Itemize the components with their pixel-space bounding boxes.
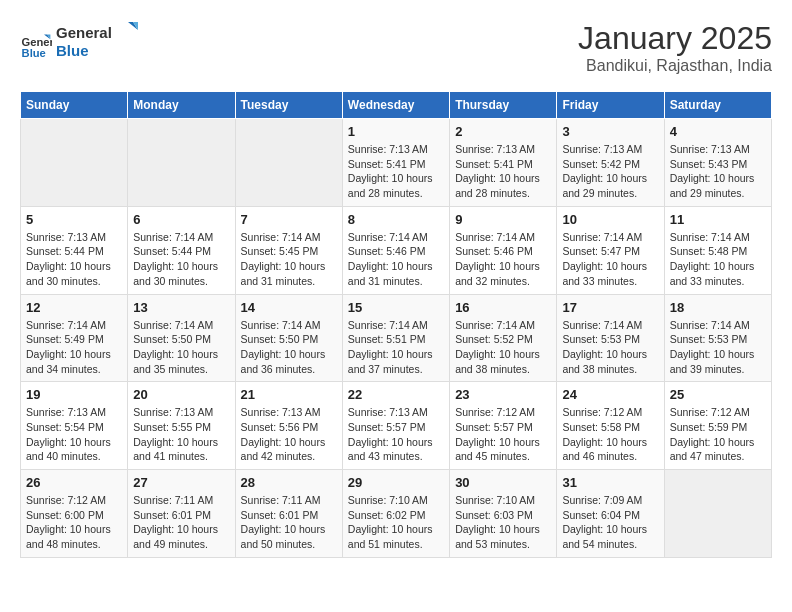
day-info: Sunrise: 7:12 AMSunset: 5:59 PMDaylight:… [670,405,766,464]
day-info: Sunrise: 7:12 AMSunset: 5:58 PMDaylight:… [562,405,658,464]
calendar-cell: 27Sunrise: 7:11 AMSunset: 6:01 PMDayligh… [128,470,235,558]
page-header: General Blue General Blue January 2025 B… [20,20,772,75]
calendar-title: January 2025 [578,20,772,57]
logo: General Blue General Blue [20,20,146,68]
day-number: 10 [562,212,658,227]
calendar-cell: 1Sunrise: 7:13 AMSunset: 5:41 PMDaylight… [342,119,449,207]
calendar-cell: 2Sunrise: 7:13 AMSunset: 5:41 PMDaylight… [450,119,557,207]
day-number: 15 [348,300,444,315]
calendar-cell: 3Sunrise: 7:13 AMSunset: 5:42 PMDaylight… [557,119,664,207]
calendar-cell: 25Sunrise: 7:12 AMSunset: 5:59 PMDayligh… [664,382,771,470]
calendar-cell: 4Sunrise: 7:13 AMSunset: 5:43 PMDaylight… [664,119,771,207]
day-info: Sunrise: 7:14 AMSunset: 5:50 PMDaylight:… [241,318,337,377]
week-row-2: 5Sunrise: 7:13 AMSunset: 5:44 PMDaylight… [21,206,772,294]
day-info: Sunrise: 7:14 AMSunset: 5:53 PMDaylight:… [670,318,766,377]
calendar-cell: 29Sunrise: 7:10 AMSunset: 6:02 PMDayligh… [342,470,449,558]
week-row-4: 19Sunrise: 7:13 AMSunset: 5:54 PMDayligh… [21,382,772,470]
week-row-5: 26Sunrise: 7:12 AMSunset: 6:00 PMDayligh… [21,470,772,558]
day-info: Sunrise: 7:11 AMSunset: 6:01 PMDaylight:… [133,493,229,552]
logo-graphic: General Blue [56,20,146,64]
day-info: Sunrise: 7:11 AMSunset: 6:01 PMDaylight:… [241,493,337,552]
calendar-cell: 17Sunrise: 7:14 AMSunset: 5:53 PMDayligh… [557,294,664,382]
svg-text:General: General [56,24,112,41]
calendar-cell: 11Sunrise: 7:14 AMSunset: 5:48 PMDayligh… [664,206,771,294]
day-info: Sunrise: 7:14 AMSunset: 5:46 PMDaylight:… [455,230,551,289]
week-row-1: 1Sunrise: 7:13 AMSunset: 5:41 PMDaylight… [21,119,772,207]
calendar-cell [128,119,235,207]
day-info: Sunrise: 7:09 AMSunset: 6:04 PMDaylight:… [562,493,658,552]
day-info: Sunrise: 7:14 AMSunset: 5:50 PMDaylight:… [133,318,229,377]
day-number: 20 [133,387,229,402]
day-info: Sunrise: 7:13 AMSunset: 5:43 PMDaylight:… [670,142,766,201]
weekday-header-monday: Monday [128,92,235,119]
day-info: Sunrise: 7:13 AMSunset: 5:44 PMDaylight:… [26,230,122,289]
day-number: 23 [455,387,551,402]
calendar-cell: 19Sunrise: 7:13 AMSunset: 5:54 PMDayligh… [21,382,128,470]
logo-icon: General Blue [20,28,52,60]
calendar-cell: 31Sunrise: 7:09 AMSunset: 6:04 PMDayligh… [557,470,664,558]
day-info: Sunrise: 7:14 AMSunset: 5:48 PMDaylight:… [670,230,766,289]
calendar-table: SundayMondayTuesdayWednesdayThursdayFrid… [20,91,772,558]
day-number: 25 [670,387,766,402]
calendar-cell [664,470,771,558]
calendar-cell: 8Sunrise: 7:14 AMSunset: 5:46 PMDaylight… [342,206,449,294]
day-number: 21 [241,387,337,402]
day-number: 3 [562,124,658,139]
calendar-cell: 26Sunrise: 7:12 AMSunset: 6:00 PMDayligh… [21,470,128,558]
day-number: 22 [348,387,444,402]
calendar-cell: 28Sunrise: 7:11 AMSunset: 6:01 PMDayligh… [235,470,342,558]
calendar-cell: 24Sunrise: 7:12 AMSunset: 5:58 PMDayligh… [557,382,664,470]
calendar-cell: 20Sunrise: 7:13 AMSunset: 5:55 PMDayligh… [128,382,235,470]
svg-text:General: General [22,36,52,48]
day-number: 29 [348,475,444,490]
day-number: 27 [133,475,229,490]
day-info: Sunrise: 7:13 AMSunset: 5:54 PMDaylight:… [26,405,122,464]
calendar-cell: 9Sunrise: 7:14 AMSunset: 5:46 PMDaylight… [450,206,557,294]
day-number: 14 [241,300,337,315]
day-info: Sunrise: 7:14 AMSunset: 5:51 PMDaylight:… [348,318,444,377]
calendar-cell [21,119,128,207]
calendar-cell: 21Sunrise: 7:13 AMSunset: 5:56 PMDayligh… [235,382,342,470]
day-info: Sunrise: 7:13 AMSunset: 5:55 PMDaylight:… [133,405,229,464]
day-info: Sunrise: 7:10 AMSunset: 6:02 PMDaylight:… [348,493,444,552]
day-info: Sunrise: 7:14 AMSunset: 5:45 PMDaylight:… [241,230,337,289]
day-info: Sunrise: 7:14 AMSunset: 5:53 PMDaylight:… [562,318,658,377]
day-number: 11 [670,212,766,227]
day-number: 28 [241,475,337,490]
day-number: 4 [670,124,766,139]
day-number: 13 [133,300,229,315]
day-number: 30 [455,475,551,490]
day-info: Sunrise: 7:13 AMSunset: 5:56 PMDaylight:… [241,405,337,464]
day-info: Sunrise: 7:14 AMSunset: 5:49 PMDaylight:… [26,318,122,377]
calendar-cell: 13Sunrise: 7:14 AMSunset: 5:50 PMDayligh… [128,294,235,382]
calendar-cell: 7Sunrise: 7:14 AMSunset: 5:45 PMDaylight… [235,206,342,294]
day-number: 17 [562,300,658,315]
weekday-header-thursday: Thursday [450,92,557,119]
weekday-header-friday: Friday [557,92,664,119]
calendar-cell: 12Sunrise: 7:14 AMSunset: 5:49 PMDayligh… [21,294,128,382]
day-number: 6 [133,212,229,227]
calendar-cell: 14Sunrise: 7:14 AMSunset: 5:50 PMDayligh… [235,294,342,382]
day-number: 12 [26,300,122,315]
svg-text:Blue: Blue [22,47,46,59]
day-info: Sunrise: 7:12 AMSunset: 6:00 PMDaylight:… [26,493,122,552]
weekday-header-row: SundayMondayTuesdayWednesdayThursdayFrid… [21,92,772,119]
calendar-subtitle: Bandikui, Rajasthan, India [578,57,772,75]
day-number: 18 [670,300,766,315]
day-number: 16 [455,300,551,315]
calendar-cell: 5Sunrise: 7:13 AMSunset: 5:44 PMDaylight… [21,206,128,294]
calendar-cell: 22Sunrise: 7:13 AMSunset: 5:57 PMDayligh… [342,382,449,470]
day-info: Sunrise: 7:14 AMSunset: 5:47 PMDaylight:… [562,230,658,289]
day-info: Sunrise: 7:13 AMSunset: 5:41 PMDaylight:… [348,142,444,201]
calendar-cell: 10Sunrise: 7:14 AMSunset: 5:47 PMDayligh… [557,206,664,294]
calendar-cell: 30Sunrise: 7:10 AMSunset: 6:03 PMDayligh… [450,470,557,558]
svg-text:Blue: Blue [56,42,89,59]
calendar-cell: 18Sunrise: 7:14 AMSunset: 5:53 PMDayligh… [664,294,771,382]
calendar-cell: 23Sunrise: 7:12 AMSunset: 5:57 PMDayligh… [450,382,557,470]
calendar-cell: 6Sunrise: 7:14 AMSunset: 5:44 PMDaylight… [128,206,235,294]
calendar-cell: 15Sunrise: 7:14 AMSunset: 5:51 PMDayligh… [342,294,449,382]
day-info: Sunrise: 7:13 AMSunset: 5:42 PMDaylight:… [562,142,658,201]
day-info: Sunrise: 7:12 AMSunset: 5:57 PMDaylight:… [455,405,551,464]
day-number: 1 [348,124,444,139]
weekday-header-tuesday: Tuesday [235,92,342,119]
